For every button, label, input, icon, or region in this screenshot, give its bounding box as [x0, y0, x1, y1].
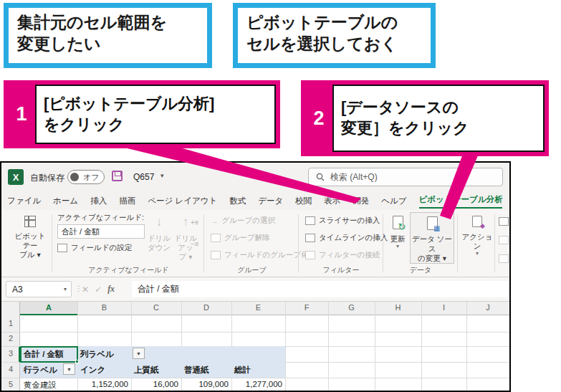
step-2-text: [データソースの 変更］をクリック — [332, 85, 545, 152]
row-header-2[interactable]: 2 — [1, 334, 20, 343]
col-header-D[interactable]: D — [181, 303, 231, 312]
tab-developer[interactable]: 開発 — [353, 196, 369, 209]
excel-window: X 自動保存 オフ Q657 ▾ 検索 (Alt+Q) ファイル ホーム 挿入 … — [0, 161, 511, 392]
tab-view[interactable]: 表示 — [324, 196, 340, 209]
tab-formulas[interactable]: 数式 — [229, 196, 246, 209]
cell-A4[interactable]: 行ラベル — [24, 365, 57, 376]
col-header-C[interactable]: C — [131, 303, 181, 312]
group-selection-button[interactable]: → グループの選択 — [211, 216, 275, 226]
formula-value: 合計 / 金額 — [138, 283, 179, 295]
col-header-F[interactable]: F — [285, 303, 328, 312]
relationships-icon[interactable] — [499, 254, 509, 263]
cancel-icon[interactable]: ✕ — [82, 285, 89, 295]
cell-A5[interactable]: 黄金建設 — [24, 380, 57, 391]
autosave-toggle[interactable]: オフ — [67, 170, 105, 184]
tab-pivottable-analyze[interactable]: ピボットテーブル分析 — [419, 194, 503, 209]
search-input[interactable]: 検索 (Alt+Q) — [308, 168, 503, 186]
insert-timeline-button[interactable]: タイムラインの挿入 — [305, 233, 388, 243]
column-labels-filter-button[interactable]: ▼ — [133, 348, 145, 359]
collapse-field-button[interactable]: −≡ — [191, 240, 199, 248]
step-2-callout: 2 [データソースの 変更］をクリック — [301, 80, 549, 156]
tab-help[interactable]: ヘルプ — [381, 196, 406, 209]
actions-icon: ◆ — [472, 216, 482, 227]
group-label-data: データ — [388, 265, 453, 275]
row-labels-filter-button[interactable]: ▼ — [63, 363, 75, 375]
cell-B4[interactable]: インク — [80, 365, 105, 376]
pivotchart-icon[interactable] — [499, 217, 509, 226]
cell-E5[interactable]: 1,277,000 — [231, 380, 282, 388]
pivottable-label: ピボットテー — [14, 231, 46, 250]
note-line: ピボットテーブルの — [246, 12, 422, 34]
enter-icon[interactable]: ✓ — [95, 285, 102, 295]
formula-input[interactable]: 合計 / 金額 — [132, 281, 508, 297]
drill-down-button[interactable]: ↓ ドリル ダウン — [146, 216, 172, 252]
ungroup-icon — [211, 234, 221, 242]
group-separator — [383, 214, 383, 272]
name-box[interactable]: A3 ▾ — [6, 281, 72, 297]
cell-D4[interactable]: 普通紙 — [184, 365, 209, 376]
active-field-input[interactable]: 合計 / 金額 — [57, 224, 145, 239]
cell-D5[interactable]: 109,000 — [181, 380, 229, 388]
field-settings-button[interactable]: フィールドの設定 — [57, 243, 132, 253]
tab-file[interactable]: ファイル — [7, 196, 41, 209]
drill-down-icon: ↓ — [156, 216, 163, 228]
col-header-G[interactable]: G — [328, 303, 375, 312]
step-1-text: [ピボットテーブル分析] をクリック — [35, 85, 276, 144]
refresh-button[interactable]: ↻ 更新 ▾ — [387, 216, 408, 249]
autosave-label: 自動保存 — [30, 172, 64, 184]
col-header-H[interactable]: H — [375, 303, 421, 312]
group-selection-icon: → — [211, 216, 219, 225]
group-separator — [298, 214, 299, 272]
cell-B5[interactable]: 1,152,000 — [77, 380, 128, 388]
filter-connections-button[interactable]: フィルターの接続 — [305, 250, 380, 260]
workbook-title: Q657 — [133, 172, 154, 182]
tab-review[interactable]: 校閲 — [295, 196, 312, 209]
row-header-4[interactable]: 4 — [1, 365, 20, 373]
col-header-B[interactable]: B — [77, 303, 131, 312]
ungroup-button[interactable]: グループ解除 — [211, 233, 270, 243]
field-settings-icon — [57, 244, 67, 252]
group-field-label: フィールドのグループ化 — [224, 250, 308, 260]
tab-home[interactable]: ホーム — [53, 196, 78, 209]
tab-draw[interactable]: 描画 — [119, 196, 135, 209]
tab-page-layout[interactable]: ページ レイアウト — [148, 196, 217, 209]
formula-bar: A3 ▾ ⋮ ✕ ✓ fx 合計 / 金額 — [1, 277, 509, 302]
row-header-5[interactable]: 5 — [1, 380, 20, 388]
insert-slicer-label: スライサーの挿入 — [319, 216, 380, 226]
save-icon[interactable] — [112, 171, 123, 181]
selected-cell-A3[interactable] — [20, 346, 78, 363]
col-header-A[interactable]: A — [20, 303, 77, 312]
name-box-dropdown-icon: ▾ — [64, 286, 67, 292]
cell-E4[interactable]: 総計 — [234, 365, 251, 376]
ungroup-label: グループ解除 — [224, 233, 270, 243]
pivottable-icon — [24, 216, 36, 227]
drill-up-icon: ↑ — [183, 216, 189, 228]
insert-slicer-button[interactable]: スライサーの挿入 — [305, 216, 380, 226]
insert-function-icon[interactable]: fx — [107, 284, 115, 295]
selected-column-indicator — [20, 314, 77, 315]
actions-button[interactable]: ◆ アクション ▾ — [461, 216, 493, 257]
group-field-button[interactable]: フィールドのグループ化 — [211, 250, 308, 260]
change-data-source-button[interactable]: ▦ データ ソース の変更 ▾ — [410, 212, 454, 264]
tab-data[interactable]: データ — [258, 196, 283, 209]
col-header-J[interactable]: J — [466, 303, 509, 312]
group-label-group: グループ — [211, 265, 293, 275]
tab-insert[interactable]: 挿入 — [90, 196, 107, 209]
group-separator — [457, 214, 458, 272]
col-header-I[interactable]: I — [421, 303, 466, 312]
change-data-source-label: データ ソース — [411, 234, 454, 254]
expand-field-button[interactable]: +≡ — [191, 219, 199, 226]
fill-handle[interactable] — [75, 360, 79, 363]
filter-connections-label: フィルターの接続 — [319, 250, 380, 260]
title-dropdown-icon[interactable]: ▾ — [160, 172, 164, 179]
col-header-E[interactable]: E — [231, 303, 285, 312]
cell-C4[interactable]: 上質紙 — [134, 365, 159, 376]
cell-C5[interactable]: 16,000 — [131, 380, 178, 388]
olap-tools-icon[interactable] — [499, 236, 509, 244]
cell-B3[interactable]: 列ラベル — [80, 349, 114, 360]
ribbon-tab-bar: ファイル ホーム 挿入 描画 ページ レイアウト 数式 データ 校閲 表示 開発… — [1, 191, 509, 210]
row-header-1[interactable]: 1 — [1, 319, 20, 328]
row-header-3[interactable]: 3 — [1, 349, 20, 358]
pivottable-button[interactable]: ピボットテー ブル ▾ — [14, 216, 46, 259]
excel-logo-icon[interactable]: X — [8, 169, 24, 185]
